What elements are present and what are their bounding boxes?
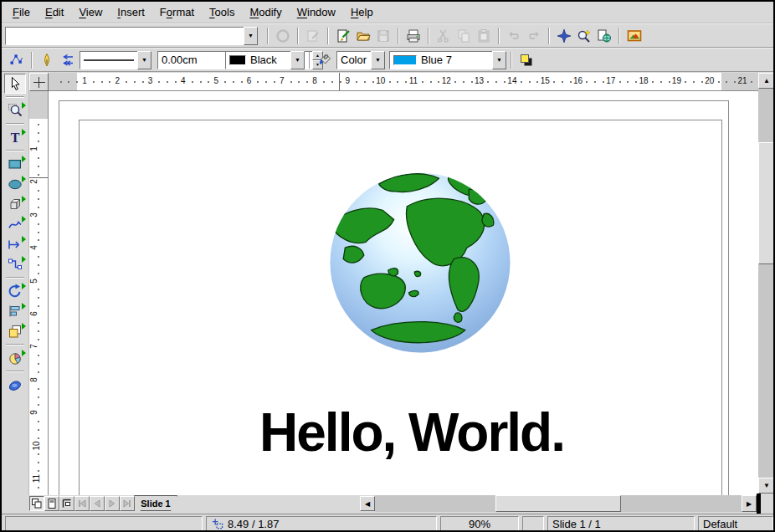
ruler-tick (38, 487, 39, 489)
ruler-tick (38, 421, 39, 422)
flyout-arrow-icon (22, 236, 26, 243)
ruler-tick (594, 81, 596, 83)
hyperlink-button[interactable] (594, 26, 614, 46)
object3d-tool-button[interactable] (4, 194, 26, 214)
statusbar: 8.49 / 1.87 90% Slide 1 / 1 Default (2, 514, 773, 532)
fill-color-label: Blue 7 (421, 54, 452, 66)
dropdown-arrow-icon[interactable]: ▼ (137, 51, 151, 69)
ruler-tick (364, 81, 366, 83)
zoom-value: 90% (469, 518, 490, 530)
dropdown-arrow-icon[interactable]: ▼ (371, 51, 385, 69)
fill-style-button[interactable] (315, 50, 335, 70)
rotate-tool-button[interactable] (4, 281, 26, 301)
line-color-combo[interactable]: Black ▼ (225, 51, 305, 69)
ruler-tick (586, 81, 588, 83)
fill-type-combo[interactable]: Color ▼ (336, 51, 385, 69)
slide-title-text[interactable]: Hello, World. (242, 402, 582, 463)
horizontal-ruler[interactable]: 123456789101112131415161718192021 (49, 73, 758, 91)
document-canvas[interactable]: Hello, World. (49, 91, 758, 495)
toolbar-separator (498, 28, 500, 44)
horizontal-scrollbar[interactable] (375, 495, 742, 512)
status-slide-cell[interactable]: Slide 1 / 1 (547, 516, 695, 531)
h-ruler-label: 17 (606, 76, 615, 85)
vertical-ruler[interactable]: 123456789101112 (29, 91, 49, 495)
arrange-tool-button[interactable] (4, 321, 26, 341)
vertical-scrollbar-thumb[interactable] (758, 142, 775, 264)
menu-modify[interactable]: Modify (242, 3, 289, 21)
ruler-tick (38, 223, 39, 225)
status-style-cell[interactable]: Default (698, 516, 773, 531)
ruler-tick (175, 81, 177, 83)
ellipse-tool-button[interactable] (4, 174, 26, 194)
master-view-button[interactable] (44, 496, 59, 511)
line-style-button[interactable] (37, 50, 57, 70)
line-width-spinner[interactable]: ▲ ▼ (157, 51, 219, 69)
menu-view[interactable]: View (71, 3, 110, 21)
status-zoom-cell[interactable]: 90% (440, 516, 519, 531)
ruler-tick (109, 81, 110, 83)
horizontal-scrollbar-thumb[interactable] (495, 495, 621, 512)
tab-scroll-left-button[interactable]: ◀ (360, 496, 375, 511)
ruler-tick (685, 81, 686, 83)
menu-tools[interactable]: Tools (202, 3, 242, 21)
url-input[interactable] (5, 27, 244, 45)
ruler-tick (38, 297, 39, 299)
line-style-combo[interactable]: ▼ (80, 51, 151, 69)
ruler-tick (619, 81, 621, 83)
ruler-tick (38, 437, 39, 439)
ruler-tick (265, 81, 267, 83)
ruler-origin-button[interactable] (29, 73, 49, 91)
status-position-cell[interactable]: 8.49 / 1.87 (206, 516, 437, 531)
dropdown-arrow-icon[interactable]: ▼ (290, 51, 305, 69)
align-tool-button[interactable] (4, 301, 26, 321)
layer-view-button[interactable] (59, 496, 74, 511)
globe-image[interactable] (326, 169, 514, 356)
ruler-tick (438, 81, 439, 83)
fill-color-swatch (393, 55, 417, 65)
menu-window[interactable]: Window (290, 3, 343, 21)
edit-points-button[interactable] (7, 50, 27, 70)
connector-tool-button[interactable] (4, 254, 26, 274)
toolbox-separator (6, 150, 24, 151)
menu-insert[interactable]: Insert (110, 3, 152, 21)
rect-tool-button[interactable] (4, 154, 26, 174)
zoom-tool-button[interactable] (4, 100, 26, 120)
arrow-style-button[interactable] (57, 50, 77, 70)
curve-tool-button[interactable] (4, 214, 26, 234)
dropdown-arrow-icon[interactable]: ▼ (244, 27, 258, 45)
dropdown-arrow-icon[interactable]: ▼ (492, 51, 506, 69)
menu-edit[interactable]: Edit (38, 3, 71, 21)
ruler-tick (38, 207, 39, 208)
h-ruler-label: 13 (475, 76, 484, 85)
insert-tool-button[interactable] (4, 348, 26, 368)
line-tool-button[interactable] (4, 234, 26, 254)
new-doc-button[interactable] (333, 26, 353, 46)
v-ruler-label: 4 (29, 245, 38, 250)
navigator-button[interactable] (554, 26, 574, 46)
menu-file[interactable]: File (5, 3, 38, 21)
open-button[interactable] (353, 26, 373, 46)
app-window: FileEditViewInsertFormatToolsModifyWindo… (0, 0, 775, 532)
ruler-tick (38, 388, 39, 390)
zoom-button[interactable] (574, 26, 594, 46)
ruler-tick (158, 81, 160, 83)
ruler-tick (38, 232, 39, 233)
effects3d-tool-button[interactable] (4, 375, 26, 395)
scroll-up-button[interactable]: ▲ (758, 73, 775, 89)
v-ruler-label: 1 (29, 146, 38, 151)
print-button[interactable] (403, 26, 423, 46)
fill-color-combo[interactable]: Blue 7 ▼ (389, 51, 506, 69)
slide-view-button[interactable] (29, 496, 44, 511)
vertical-scrollbar[interactable]: ▲ ▼ (758, 73, 775, 494)
scroll-right-button[interactable]: ▶ (742, 495, 757, 512)
menu-help[interactable]: Help (343, 3, 381, 21)
select-tool-button[interactable] (4, 74, 26, 94)
shadow-button[interactable] (516, 50, 536, 70)
menu-format[interactable]: Format (152, 3, 202, 21)
slide-tab[interactable]: Slide 1 (134, 495, 177, 511)
text-tool-button[interactable]: T (4, 127, 26, 147)
url-combobox[interactable]: ▼ (5, 27, 258, 45)
gallery-button[interactable] (624, 26, 644, 46)
scroll-down-button[interactable]: ▼ (758, 478, 775, 494)
v-ruler-label: 7 (29, 345, 38, 350)
